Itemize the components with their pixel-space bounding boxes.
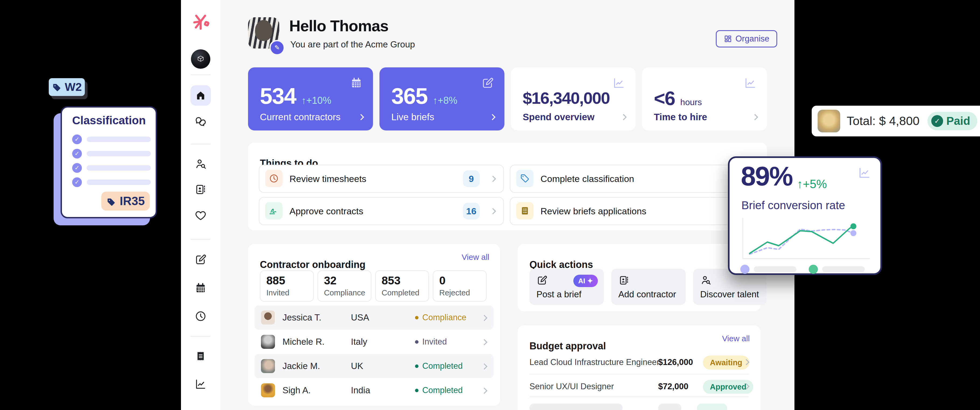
classification-card: Classification ✓ ✓ ✓ ✓ IR35 bbox=[60, 106, 157, 219]
stat-card-spend-overview[interactable]: $16,340,000 Spend overview bbox=[511, 67, 636, 131]
stat-delta: ↑+8% bbox=[433, 95, 457, 106]
contractor-row[interactable]: Michele R. Italy Invited bbox=[255, 330, 494, 354]
receipt-icon bbox=[194, 350, 207, 362]
avatar bbox=[818, 110, 840, 132]
app-logo[interactable] bbox=[181, 11, 220, 31]
avatar bbox=[261, 311, 275, 325]
sidebar-item-contractors[interactable] bbox=[181, 183, 220, 196]
check-circle-icon: ✓ bbox=[72, 149, 82, 158]
stat-card-time-to-hire[interactable]: <6 hours Time to hire bbox=[642, 67, 767, 131]
chevron-right-icon bbox=[481, 388, 487, 394]
chevron-right-icon[interactable] bbox=[620, 114, 627, 120]
check-circle-icon: ✓ bbox=[72, 163, 82, 173]
status-dot bbox=[415, 364, 418, 368]
line-chart-icon bbox=[744, 77, 757, 89]
action-label: Add contractor bbox=[618, 289, 676, 300]
checklist-item: ✓ bbox=[72, 149, 151, 158]
stat-value: <6 bbox=[654, 87, 675, 109]
sidebar-item-reports[interactable] bbox=[181, 378, 220, 390]
legend-skeleton-bar bbox=[754, 266, 796, 272]
total-paid-card: Total: $ 4,800 ✓ Paid bbox=[812, 106, 980, 136]
calendar-icon bbox=[350, 77, 363, 89]
sidebar bbox=[181, 0, 220, 410]
pen-square-icon bbox=[481, 77, 494, 89]
onboarding-stat-rejected: 0 Rejected bbox=[433, 270, 487, 302]
avatar bbox=[261, 383, 275, 397]
stat-value: 534 bbox=[260, 83, 296, 109]
todo-review-timesheets[interactable]: Review timesheets 9 bbox=[259, 165, 504, 193]
stat-value: 853 bbox=[382, 274, 401, 287]
person-search-icon bbox=[700, 275, 711, 286]
budget-role: Lead Cloud Infrastructure Engineer bbox=[530, 350, 660, 375]
contractor-onboarding-card: Contractor onboarding View all 885 Invit… bbox=[248, 244, 500, 406]
status-badge: Completed bbox=[415, 354, 463, 378]
ai-badge: AI ✦ bbox=[573, 275, 598, 287]
status-label: Completed bbox=[422, 386, 463, 395]
brief-conversion-chart bbox=[743, 218, 870, 259]
quick-action-add-contractor[interactable]: Add contractor bbox=[611, 269, 686, 305]
ir35-label: IR35 bbox=[120, 195, 145, 208]
edit-avatar-button[interactable]: ✎ bbox=[269, 40, 285, 56]
contractor-row[interactable]: Jackie M. UK Completed bbox=[255, 354, 494, 378]
avatar bbox=[261, 335, 275, 349]
heart-icon bbox=[194, 209, 207, 222]
chevron-right-icon[interactable] bbox=[358, 114, 364, 120]
contractor-row[interactable]: Sigh A. India Completed bbox=[255, 378, 494, 402]
status-label: Invited bbox=[422, 337, 447, 347]
quick-actions-card: Quick actions AI ✦ Post a brief Add cont… bbox=[518, 244, 760, 311]
organise-button[interactable]: Organise bbox=[716, 30, 777, 48]
budget-role: Senior UX/UI Designer bbox=[530, 375, 614, 399]
checklist-icon bbox=[516, 202, 533, 219]
stat-label: Compliance bbox=[324, 289, 365, 297]
todo-label: Approve contracts bbox=[290, 198, 363, 225]
stat-card-current-contractors[interactable]: 534 ↑+10% Current contractors bbox=[248, 67, 373, 131]
stat-card-live-briefs[interactable]: 365 ↑+8% Live briefs bbox=[379, 67, 504, 131]
todo-review-briefs-applications[interactable]: Review briefs applications bbox=[510, 197, 756, 225]
chevron-right-icon bbox=[481, 363, 487, 370]
status-label: Compliance bbox=[422, 313, 466, 322]
status-badge: Awaiting bbox=[703, 356, 749, 370]
view-all-link[interactable]: View all bbox=[722, 334, 750, 343]
company-avatar[interactable] bbox=[181, 49, 220, 69]
chat-icon bbox=[194, 115, 207, 128]
action-label: Post a brief bbox=[536, 289, 581, 300]
clock-icon bbox=[194, 310, 207, 322]
stat-label: Completed bbox=[382, 289, 419, 297]
budget-row[interactable]: Senior UX/UI Designer $72,000 Approved bbox=[530, 375, 749, 399]
home-icon bbox=[195, 90, 206, 101]
sidebar-item-timesheets[interactable] bbox=[181, 310, 220, 322]
onboarding-stat-completed: 853 Completed bbox=[375, 270, 429, 302]
status-badge: Compliance bbox=[415, 305, 466, 330]
clock-icon bbox=[265, 170, 283, 187]
stat-label: Invited bbox=[266, 289, 289, 297]
sidebar-item-messages[interactable] bbox=[181, 115, 220, 128]
sidebar-item-calendar[interactable] bbox=[181, 282, 220, 294]
stat-value: $16,340,000 bbox=[523, 88, 610, 108]
todo-label: Review briefs applications bbox=[541, 198, 646, 225]
contractor-country: India bbox=[351, 378, 370, 402]
sidebar-item-home[interactable] bbox=[181, 85, 220, 106]
paid-badge: ✓ Paid bbox=[928, 112, 977, 130]
sidebar-item-favourites[interactable] bbox=[181, 209, 220, 222]
pen-square-icon bbox=[194, 254, 207, 266]
sidebar-item-briefs[interactable] bbox=[181, 254, 220, 266]
check-circle-icon: ✓ bbox=[72, 134, 82, 144]
contact-card-icon bbox=[194, 183, 207, 196]
stat-value: 32 bbox=[324, 274, 337, 287]
quick-action-post-brief[interactable]: AI ✦ Post a brief bbox=[530, 269, 604, 305]
stat-value: 0 bbox=[439, 274, 445, 287]
budget-row[interactable]: Lead Cloud Infrastructure Engineer $126,… bbox=[530, 350, 749, 375]
chevron-right-icon[interactable] bbox=[752, 114, 758, 120]
todo-complete-classification[interactable]: Complete classification bbox=[510, 165, 756, 193]
view-all-link[interactable]: View all bbox=[461, 252, 489, 262]
sidebar-item-invoices[interactable] bbox=[181, 350, 220, 362]
w2-tag-card: W2 bbox=[49, 78, 85, 96]
tag-icon bbox=[516, 170, 533, 187]
contractor-row[interactable]: Jessica T. USA Compliance bbox=[255, 305, 494, 330]
sidebar-item-discover[interactable] bbox=[181, 158, 220, 171]
onboarding-stat-invited: 885 Invited bbox=[260, 270, 314, 302]
stat-label: Spend overview bbox=[523, 112, 594, 122]
stat-delta: ↑+10% bbox=[301, 95, 331, 106]
chevron-right-icon[interactable] bbox=[489, 114, 496, 120]
todo-approve-contracts[interactable]: Approve contracts 16 bbox=[259, 197, 504, 225]
